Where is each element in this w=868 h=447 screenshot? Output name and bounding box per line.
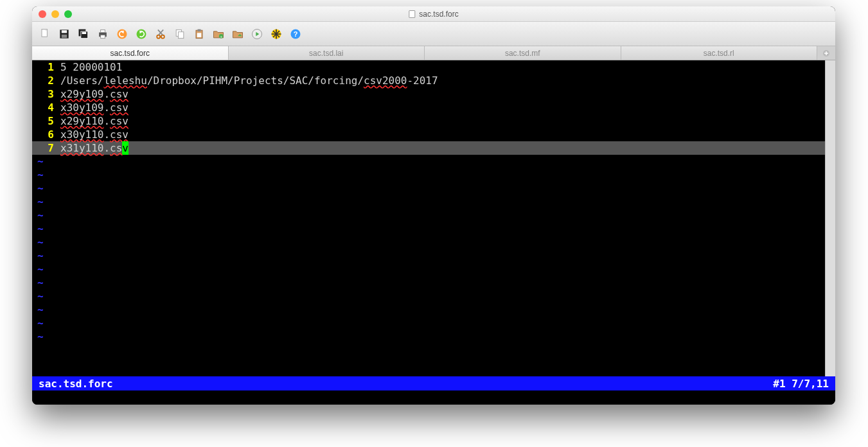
empty-line: ~ bbox=[32, 195, 835, 209]
svg-point-10 bbox=[118, 29, 127, 39]
tab-sac-tsd-rl[interactable]: sac.tsd.rl bbox=[621, 46, 818, 60]
cut-icon bbox=[154, 28, 167, 40]
scrollbar[interactable] bbox=[825, 60, 835, 376]
redo-button[interactable] bbox=[134, 26, 149, 42]
status-bar: sac.tsd.forc #1 7/7,11 bbox=[32, 376, 835, 390]
empty-line: ~ bbox=[32, 168, 835, 182]
close-icon[interactable] bbox=[39, 10, 46, 18]
svg-rect-6 bbox=[82, 31, 87, 33]
editor-line[interactable]: 4x30y109.csv bbox=[32, 101, 835, 114]
empty-line: ~ bbox=[32, 222, 835, 236]
svg-rect-17 bbox=[179, 31, 184, 38]
line-number: 2 bbox=[32, 74, 60, 87]
tab-sac-tsd-forc[interactable]: sac.tsd.forc bbox=[32, 46, 229, 60]
line-text: x29y109.csv bbox=[60, 87, 128, 101]
undo-icon bbox=[116, 28, 128, 40]
line-number: 7 bbox=[32, 141, 60, 155]
run-icon bbox=[251, 28, 263, 40]
tab-label: sac.tsd.lai bbox=[309, 49, 343, 58]
new-file-button[interactable] bbox=[37, 26, 53, 42]
line-text: x31y110.csv bbox=[60, 141, 128, 155]
line-text: /Users/leleshu/Dropbox/PIHM/Projects/SAC… bbox=[60, 74, 438, 87]
tab-bar: sac.tsd.forc sac.tsd.lai sac.tsd.mf sac.… bbox=[32, 46, 835, 60]
empty-line: ~ bbox=[32, 303, 835, 317]
empty-line: ~ bbox=[32, 209, 835, 222]
empty-line: ~ bbox=[32, 155, 835, 168]
build-icon bbox=[270, 28, 283, 40]
line-text: x29y110.csv bbox=[60, 114, 128, 128]
traffic-lights bbox=[32, 10, 72, 18]
svg-text:?: ? bbox=[294, 30, 298, 38]
tab-label: sac.tsd.forc bbox=[111, 49, 150, 58]
empty-line: ~ bbox=[32, 263, 835, 276]
save-button[interactable] bbox=[57, 26, 72, 42]
minimize-icon[interactable] bbox=[51, 10, 59, 18]
command-line[interactable] bbox=[32, 390, 835, 405]
line-number: 1 bbox=[32, 60, 60, 74]
svg-point-13 bbox=[161, 35, 164, 38]
tab-sac-tsd-mf[interactable]: sac.tsd.mf bbox=[425, 46, 621, 60]
tab-label: sac.tsd.rl bbox=[704, 49, 734, 58]
zoom-icon[interactable] bbox=[64, 10, 72, 18]
print-button[interactable] bbox=[95, 26, 111, 42]
paste-icon bbox=[193, 28, 206, 40]
svg-rect-3 bbox=[62, 34, 67, 37]
svg-rect-9 bbox=[101, 35, 105, 38]
editor-line[interactable]: 6x30y110.csv bbox=[32, 128, 835, 141]
svg-rect-2 bbox=[62, 30, 67, 33]
empty-line: ~ bbox=[32, 249, 835, 263]
window-title: sac.tsd.forc bbox=[409, 10, 458, 19]
empty-line: ~ bbox=[32, 290, 835, 303]
line-text: x30y109.csv bbox=[60, 101, 128, 114]
line-number: 4 bbox=[32, 101, 60, 114]
save-icon bbox=[58, 28, 71, 40]
build-button[interactable] bbox=[269, 26, 284, 42]
redo-icon bbox=[135, 28, 148, 40]
tab-sac-tsd-lai[interactable]: sac.tsd.lai bbox=[229, 46, 425, 60]
editor-line[interactable]: 15 20000101 bbox=[32, 60, 835, 74]
folder-open-button[interactable]: + bbox=[211, 26, 226, 42]
editor-window: sac.tsd.forc + bbox=[32, 6, 835, 405]
svg-rect-20 bbox=[197, 33, 202, 37]
save-all-button[interactable] bbox=[76, 26, 91, 42]
titlebar: sac.tsd.forc bbox=[32, 6, 835, 22]
status-filename: sac.tsd.forc bbox=[39, 378, 113, 390]
editor-line[interactable]: 3x29y109.csv bbox=[32, 87, 835, 101]
editor-line[interactable]: 5x29y110.csv bbox=[32, 114, 835, 128]
cut-button[interactable] bbox=[153, 26, 168, 42]
svg-point-11 bbox=[137, 29, 146, 39]
editor-line[interactable]: 2/Users/leleshu/Dropbox/PIHM/Projects/SA… bbox=[32, 74, 835, 87]
tab-label: sac.tsd.mf bbox=[505, 49, 540, 58]
line-number: 5 bbox=[32, 114, 60, 128]
svg-text:+: + bbox=[220, 34, 222, 38]
tab-add-button[interactable] bbox=[817, 46, 835, 60]
save-all-icon bbox=[77, 28, 90, 40]
editor-line[interactable]: 7x31y110.csv bbox=[32, 141, 835, 155]
document-icon bbox=[409, 10, 415, 18]
empty-line: ~ bbox=[32, 330, 835, 344]
run-button[interactable] bbox=[249, 26, 265, 42]
svg-point-12 bbox=[157, 35, 160, 38]
empty-line: ~ bbox=[32, 276, 835, 290]
window-title-text: sac.tsd.forc bbox=[419, 10, 458, 19]
undo-button[interactable] bbox=[114, 26, 130, 42]
line-text: x30y110.csv bbox=[60, 128, 128, 141]
folder-open-icon: + bbox=[212, 28, 225, 40]
line-text: 5 20000101 bbox=[60, 60, 122, 74]
toolbar: + ? bbox=[32, 22, 835, 46]
svg-rect-8 bbox=[101, 30, 105, 32]
line-number: 6 bbox=[32, 128, 60, 141]
empty-line: ~ bbox=[32, 182, 835, 195]
print-icon bbox=[96, 28, 109, 40]
new-file-icon bbox=[39, 28, 51, 40]
folder-new-icon bbox=[231, 28, 244, 40]
help-icon: ? bbox=[289, 28, 302, 40]
folder-new-button[interactable] bbox=[230, 26, 245, 42]
line-number: 3 bbox=[32, 87, 60, 101]
editor-area[interactable]: 15 200001012/Users/leleshu/Dropbox/PIHM/… bbox=[32, 60, 835, 376]
help-button[interactable]: ? bbox=[288, 26, 303, 42]
paste-button[interactable] bbox=[191, 26, 207, 42]
plus-icon bbox=[822, 49, 830, 57]
empty-line: ~ bbox=[32, 317, 835, 330]
copy-button[interactable] bbox=[172, 26, 188, 42]
